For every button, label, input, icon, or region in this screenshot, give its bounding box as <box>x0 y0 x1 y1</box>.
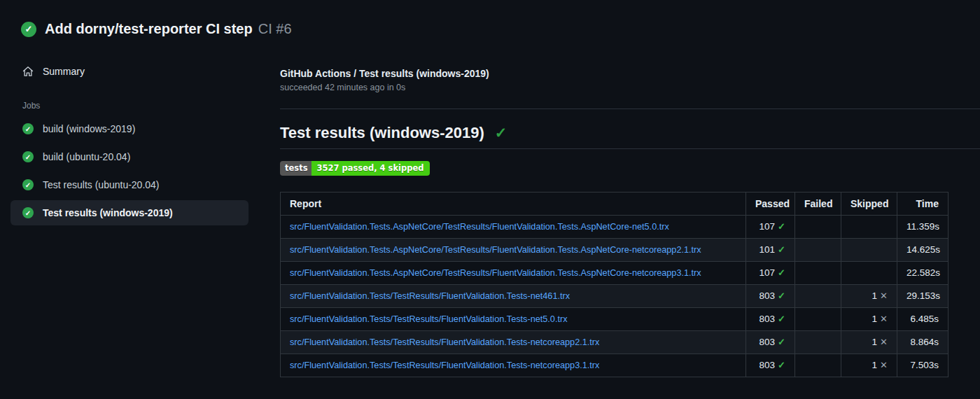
column-header-passed: Passed <box>746 192 795 216</box>
skipped-cell <box>841 216 897 239</box>
sidebar: Summary Jobs ✓ build (windows-2019) ✓ bu… <box>10 62 248 228</box>
report-link[interactable]: src/FluentValidation.Tests/TestResults/F… <box>290 314 568 324</box>
column-header-report: Report <box>281 192 746 216</box>
report-link[interactable]: src/FluentValidation.Tests.AspNetCore/Te… <box>290 222 669 232</box>
report-link[interactable]: src/FluentValidation.Tests/TestResults/F… <box>290 291 570 301</box>
table-row: src/FluentValidation.Tests.AspNetCore/Te… <box>281 216 948 239</box>
passed-count: 803 <box>760 360 776 370</box>
table-row: src/FluentValidation.Tests/TestResults/F… <box>281 285 948 308</box>
report-cell: src/FluentValidation.Tests/TestResults/F… <box>281 354 746 377</box>
job-label: Test results (ubuntu-20.04) <box>43 179 160 190</box>
sidebar-item-summary[interactable]: Summary <box>10 62 248 81</box>
sidebar-job-item[interactable]: ✓ Test results (windows-2019) <box>10 200 248 225</box>
check-icon: ✓ <box>25 24 33 34</box>
check-icon: ✓ <box>25 181 31 189</box>
table-header-row: Report Passed Failed Skipped Time <box>281 192 948 216</box>
time-cell: 7.503s <box>897 354 948 377</box>
skipped-cell: 1✕ <box>841 331 897 354</box>
tests-badge: tests 3527 passed, 4 skipped <box>280 161 430 176</box>
badge-label: tests <box>280 161 312 176</box>
passed-cell: 803✓ <box>746 354 795 377</box>
result-heading: Test results (windows-2019) ✓ <box>280 124 980 142</box>
time-cell: 29.153s <box>897 285 948 308</box>
report-table-body: src/FluentValidation.Tests.AspNetCore/Te… <box>281 216 948 377</box>
failed-cell <box>795 354 841 377</box>
check-icon: ✓ <box>25 209 31 217</box>
time-value: 22.582s <box>906 267 940 278</box>
jobs-list: ✓ build (windows-2019) ✓ build (ubuntu-2… <box>10 116 248 225</box>
skipped-cell: 1✕ <box>841 354 897 377</box>
job-label: build (ubuntu-20.04) <box>43 151 130 162</box>
passed-check-icon: ✓ <box>778 221 785 232</box>
time-value: 29.153s <box>906 290 940 301</box>
failed-cell <box>795 262 841 285</box>
sidebar-job-item[interactable]: ✓ Test results (ubuntu-20.04) <box>10 172 248 197</box>
report-cell: src/FluentValidation.Tests/TestResults/F… <box>281 308 746 331</box>
badge-value: 3527 passed, 4 skipped <box>312 161 429 176</box>
passed-count: 803 <box>760 290 776 301</box>
run-header: ✓ Add dorny/test-reporter CI step CI #6 <box>21 21 292 37</box>
column-header-failed: Failed <box>795 192 841 216</box>
sidebar-job-item[interactable]: ✓ build (windows-2019) <box>10 116 248 141</box>
skipped-count: 1 <box>872 337 878 347</box>
check-icon: ✓ <box>25 153 31 161</box>
skipped-x-icon: ✕ <box>880 314 888 324</box>
report-cell: src/FluentValidation.Tests.AspNetCore/Te… <box>281 262 746 285</box>
passed-check-icon: ✓ <box>778 314 785 324</box>
skipped-x-icon: ✕ <box>880 337 888 347</box>
passed-cell: 803✓ <box>746 331 795 354</box>
passed-check-icon: ✓ <box>778 360 785 370</box>
failed-cell <box>795 308 841 331</box>
time-value: 6.485s <box>910 314 939 324</box>
report-link[interactable]: src/FluentValidation.Tests.AspNetCore/Te… <box>290 268 701 278</box>
jobs-section-label: Jobs <box>22 101 248 111</box>
failed-cell <box>795 239 841 262</box>
report-link[interactable]: src/FluentValidation.Tests.AspNetCore/Te… <box>290 245 701 255</box>
skipped-cell: 1✕ <box>841 285 897 308</box>
table-row: src/FluentValidation.Tests/TestResults/F… <box>281 354 948 377</box>
result-heading-text: Test results (windows-2019) <box>280 124 484 142</box>
sidebar-job-item[interactable]: ✓ build (ubuntu-20.04) <box>10 144 248 169</box>
time-cell: 6.485s <box>897 308 948 331</box>
check-icon: ✓ <box>495 125 507 141</box>
passed-cell: 107✓ <box>746 216 795 239</box>
time-value: 7.503s <box>910 360 939 370</box>
check-icon: ✓ <box>25 125 31 133</box>
skipped-cell <box>841 262 897 285</box>
passed-cell: 101✓ <box>746 239 795 262</box>
report-table: Report Passed Failed Skipped Time src/Fl… <box>280 192 948 377</box>
run-title: Add dorny/test-reporter CI step <box>45 21 253 37</box>
skipped-x-icon: ✕ <box>880 360 888 370</box>
passed-cell: 803✓ <box>746 308 795 331</box>
column-header-skipped: Skipped <box>841 192 897 216</box>
table-row: src/FluentValidation.Tests/TestResults/F… <box>281 331 948 354</box>
skipped-count: 1 <box>872 360 878 370</box>
report-cell: src/FluentValidation.Tests/TestResults/F… <box>281 285 746 308</box>
skipped-cell: 1✕ <box>841 308 897 331</box>
job-success-icon: ✓ <box>22 207 34 218</box>
check-run-title: GitHub Actions / Test results (windows-2… <box>280 68 980 79</box>
passed-check-icon: ✓ <box>778 290 785 301</box>
report-cell: src/FluentValidation.Tests.AspNetCore/Te… <box>281 216 746 239</box>
home-icon <box>22 66 34 77</box>
skipped-cell <box>841 239 897 262</box>
passed-count: 107 <box>760 267 776 278</box>
passed-count: 803 <box>760 314 776 324</box>
job-success-icon: ✓ <box>22 151 34 162</box>
table-row: src/FluentValidation.Tests.AspNetCore/Te… <box>281 262 948 285</box>
failed-cell <box>795 216 841 239</box>
skipped-x-icon: ✕ <box>880 290 888 301</box>
time-value: 8.864s <box>910 337 939 347</box>
job-success-icon: ✓ <box>22 123 34 134</box>
passed-count: 101 <box>760 244 776 255</box>
passed-check-icon: ✓ <box>778 267 785 278</box>
report-link[interactable]: src/FluentValidation.Tests/TestResults/F… <box>290 337 599 347</box>
check-run-status: succeeded 42 minutes ago in 0s <box>280 83 980 92</box>
passed-cell: 107✓ <box>746 262 795 285</box>
report-link[interactable]: src/FluentValidation.Tests/TestResults/F… <box>290 360 599 370</box>
passed-check-icon: ✓ <box>778 337 785 347</box>
report-cell: src/FluentValidation.Tests.AspNetCore/Te… <box>281 239 746 262</box>
time-value: 14.625s <box>906 244 940 255</box>
table-row: src/FluentValidation.Tests/TestResults/F… <box>281 308 948 331</box>
time-cell: 8.864s <box>897 331 948 354</box>
